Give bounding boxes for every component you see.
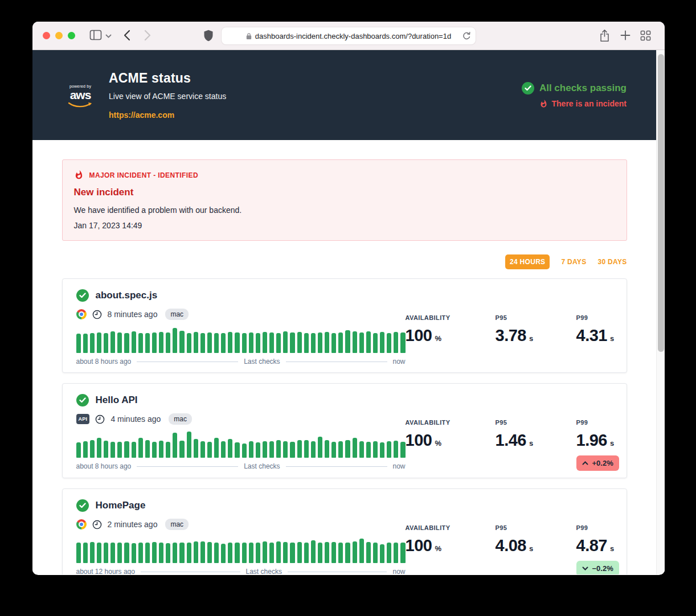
page-title: ACME status bbox=[109, 71, 226, 86]
status-bar bbox=[104, 333, 108, 353]
status-bar bbox=[166, 543, 170, 563]
status-bar bbox=[76, 442, 81, 458]
status-bar bbox=[311, 540, 316, 563]
company-link[interactable]: https://acme.com bbox=[109, 110, 174, 120]
availability-label: AVAILABILITY bbox=[406, 314, 474, 321]
status-bar bbox=[83, 334, 88, 353]
p99-label: P99 bbox=[576, 524, 629, 531]
status-bar bbox=[338, 543, 343, 563]
p99-unit: s bbox=[610, 544, 614, 553]
minimize-window-button[interactable] bbox=[55, 32, 63, 39]
incident-description: We have identified a problem with our ba… bbox=[74, 206, 615, 215]
status-bar bbox=[83, 441, 88, 458]
chevron-down-icon[interactable] bbox=[105, 34, 112, 38]
status-bar bbox=[345, 440, 350, 458]
checks-list: about.spec.js API 8 minutes ago mac abou… bbox=[62, 278, 627, 574]
status-bar bbox=[304, 440, 309, 458]
chrome-icon bbox=[76, 519, 87, 529]
zoom-window-button[interactable] bbox=[68, 32, 75, 39]
status-bar bbox=[221, 441, 226, 458]
status-bar bbox=[194, 541, 198, 563]
status-bar bbox=[214, 543, 219, 563]
status-bar bbox=[235, 332, 239, 353]
incident-banner: MAJOR INCIDENT - IDENTIFIED New incident… bbox=[62, 159, 627, 241]
check-card: Hello API API 4 minutes ago mac about 8 … bbox=[62, 383, 627, 478]
time-range-7-days[interactable]: 7 DAYS bbox=[561, 258, 586, 266]
status-bar bbox=[76, 543, 81, 563]
status-bar bbox=[110, 331, 115, 353]
chevron-down-icon bbox=[582, 566, 588, 570]
status-bar bbox=[132, 442, 136, 458]
availability-label: AVAILABILITY bbox=[406, 419, 474, 426]
check-passing-icon bbox=[76, 499, 89, 512]
status-bar bbox=[331, 442, 336, 458]
status-bar bbox=[256, 442, 260, 458]
tab-overview-icon[interactable] bbox=[640, 30, 651, 41]
flame-icon bbox=[74, 170, 84, 180]
url-bar[interactable]: dashboards-incident.checkly-dashboards.c… bbox=[222, 27, 476, 44]
status-bar bbox=[256, 333, 260, 353]
status-bar bbox=[366, 331, 371, 353]
status-bar bbox=[290, 543, 294, 563]
scrollbar-thumb[interactable] bbox=[658, 54, 664, 352]
status-bar-chart bbox=[76, 433, 406, 458]
status-bar bbox=[145, 333, 150, 353]
p99-label: P99 bbox=[576, 419, 629, 426]
time-range-30-days[interactable]: 30 DAYS bbox=[597, 258, 627, 266]
share-icon[interactable] bbox=[599, 29, 610, 43]
status-bar bbox=[338, 332, 343, 353]
status-bar bbox=[325, 440, 329, 458]
close-window-button[interactable] bbox=[43, 32, 50, 39]
check-stats: AVAILABILITY 100 % P95 3.78 s P99 4.31 s bbox=[406, 289, 629, 366]
status-bar bbox=[373, 441, 378, 458]
status-bar bbox=[104, 441, 108, 458]
sidebar-toggle-icon[interactable] bbox=[89, 30, 102, 40]
status-bar bbox=[290, 332, 294, 353]
status-bar bbox=[152, 542, 157, 563]
status-bar bbox=[256, 543, 260, 563]
time-range-24-hours[interactable]: 24 HOURS bbox=[505, 254, 550, 269]
status-bar bbox=[200, 441, 205, 458]
browser-toolbar: dashboards-incident.checkly-dashboards.c… bbox=[32, 22, 665, 50]
status-bar bbox=[166, 442, 170, 458]
status-bar bbox=[263, 332, 267, 353]
p95-value: 4.08 bbox=[496, 536, 526, 555]
chart-axis: about 12 hours ago Last checks now bbox=[76, 568, 406, 574]
status-bar bbox=[117, 442, 122, 458]
axis-end-label: now bbox=[393, 462, 406, 470]
back-icon[interactable] bbox=[124, 30, 130, 41]
status-bar bbox=[200, 541, 205, 563]
status-bar bbox=[249, 441, 253, 458]
status-bar bbox=[345, 543, 350, 563]
status-bar bbox=[145, 440, 150, 458]
status-bar bbox=[318, 543, 322, 563]
status-bar bbox=[159, 543, 163, 563]
status-bar bbox=[187, 333, 191, 353]
axis-end-label: now bbox=[393, 358, 406, 366]
flame-icon bbox=[539, 99, 548, 109]
incident-link[interactable]: There is an incident bbox=[539, 99, 627, 109]
status-bar bbox=[394, 543, 398, 563]
p95-unit: s bbox=[529, 334, 533, 343]
status-bar bbox=[173, 328, 177, 353]
availability-unit: % bbox=[435, 439, 441, 447]
shield-icon[interactable] bbox=[203, 29, 214, 42]
status-bar bbox=[387, 441, 391, 458]
axis-line bbox=[288, 572, 387, 572]
status-bar bbox=[124, 441, 129, 458]
aws-logo-tagline: powered by bbox=[67, 84, 94, 88]
availability-label: AVAILABILITY bbox=[406, 524, 474, 531]
forward-icon[interactable] bbox=[144, 30, 151, 41]
new-tab-icon[interactable] bbox=[620, 30, 631, 40]
status-bar bbox=[359, 332, 364, 353]
status-bar bbox=[110, 442, 115, 458]
status-bar bbox=[318, 332, 322, 353]
reload-icon[interactable] bbox=[462, 31, 470, 40]
page-subtitle: Live view of ACME service status bbox=[109, 92, 226, 101]
incident-severity-label: MAJOR INCIDENT - IDENTIFIED bbox=[89, 171, 198, 179]
status-bar bbox=[387, 333, 391, 353]
status-bar bbox=[235, 543, 239, 563]
status-bar-chart bbox=[76, 538, 406, 563]
status-bar bbox=[359, 441, 364, 458]
p99-value: 4.31 bbox=[576, 326, 607, 345]
